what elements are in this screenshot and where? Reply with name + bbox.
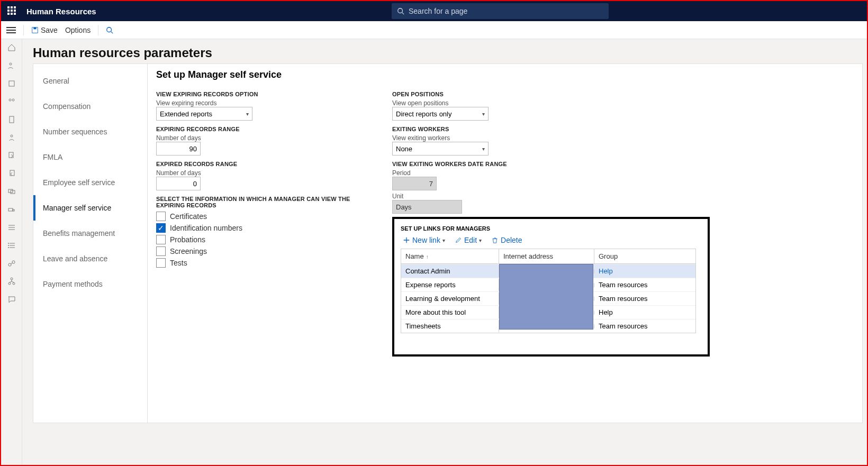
left-rail — [1, 39, 22, 465]
checkbox-icon — [156, 258, 166, 268]
svg-point-20 — [8, 247, 9, 248]
clipboard-icon[interactable] — [7, 115, 16, 124]
link-icon[interactable] — [7, 259, 16, 268]
tab-payment-methods[interactable]: Payment methods — [33, 271, 147, 297]
doc-in-icon[interactable] — [7, 151, 16, 160]
select-value: Days — [396, 203, 412, 211]
separator — [98, 25, 98, 35]
svg-rect-21 — [8, 263, 11, 266]
label-expired-days: Number of days — [156, 169, 373, 177]
cell-name: Contact Admin — [401, 265, 499, 277]
section-select-info: SELECT THE INFORMATION IN WHICH A MANAGE… — [156, 196, 373, 208]
checkbox-identification-numbers[interactable]: ✓Identification numbers — [156, 223, 373, 233]
table-header: Name↑ Internet address Group — [401, 249, 695, 264]
section-open-positions: OPEN POSITIONS — [392, 91, 710, 97]
people-icon[interactable] — [7, 61, 16, 70]
tab-general[interactable]: General — [33, 68, 147, 94]
hamburger-icon[interactable] — [6, 25, 16, 35]
new-link-label: New link — [412, 236, 440, 244]
select-view-expiring-records[interactable]: Extended reports ▾ — [156, 107, 252, 121]
search-icon[interactable] — [106, 26, 113, 34]
waffle-icon[interactable] — [7, 6, 17, 16]
input-value: 7 — [429, 180, 433, 188]
checkbox-certificates[interactable]: Certificates — [156, 212, 373, 221]
home-icon[interactable] — [7, 43, 16, 52]
col-name[interactable]: Name↑ — [401, 249, 499, 263]
section-view-expiring: VIEW EXPIRING RECORDS OPTION — [156, 91, 373, 97]
truck-icon[interactable] — [7, 205, 16, 214]
page-title: Human resources parameters — [33, 45, 867, 60]
section-exiting-date-range: VIEW EXITING WORKERS DATE RANGE — [392, 161, 710, 167]
checkbox-label: Probations — [170, 235, 205, 244]
heart-chat-icon[interactable] — [7, 295, 16, 304]
section-setup-links: SET UP LINKS FOR MANAGERS — [401, 225, 701, 232]
checkbox-label: Screenings — [170, 247, 207, 255]
top-nav: Human Resources Search for a page — [1, 1, 867, 21]
svg-point-8 — [9, 99, 11, 101]
svg-rect-17 — [13, 209, 14, 211]
action-bar: Save Options — [1, 21, 867, 39]
cell-name: Learning & development — [401, 293, 499, 305]
search-placeholder: Search for a page — [409, 7, 467, 15]
person-icon[interactable] — [7, 133, 16, 142]
options-label: Options — [65, 26, 91, 34]
label-view-open-positions: View open positions — [392, 99, 710, 107]
save-button[interactable]: Save — [31, 26, 58, 34]
plus-icon — [403, 236, 410, 244]
svg-line-5 — [111, 31, 113, 33]
org-icon[interactable] — [7, 79, 16, 88]
section-exiting-workers: EXITING WORKERS — [392, 126, 710, 132]
select-view-open-positions[interactable]: Direct reports only ▾ — [392, 107, 489, 121]
checkbox-icon: ✓ — [156, 223, 166, 233]
input-expiring-days[interactable]: 90 — [156, 142, 201, 156]
tree-icon[interactable] — [7, 277, 16, 286]
right-column: OPEN POSITIONS View open positions Direc… — [392, 86, 710, 357]
stack-icon[interactable] — [7, 223, 16, 232]
svg-rect-16 — [8, 208, 13, 211]
tab-number-sequences[interactable]: Number sequences — [33, 119, 147, 144]
checkbox-icon — [156, 235, 166, 244]
tab-leave-and-absence[interactable]: Leave and absence — [33, 246, 147, 271]
list-icon[interactable] — [7, 241, 16, 250]
tab-manager-self-service[interactable]: Manager self service — [33, 195, 147, 221]
delete-button[interactable]: Delete — [491, 236, 522, 244]
svg-point-4 — [107, 27, 112, 32]
doc-out-icon[interactable] — [7, 169, 16, 178]
checkbox-label: Tests — [170, 259, 187, 267]
svg-rect-22 — [12, 261, 15, 263]
tab-compensation[interactable]: Compensation — [33, 94, 147, 119]
chevron-down-icon: ▾ — [482, 111, 485, 117]
label-expiring-days: Number of days — [156, 134, 373, 142]
chevron-down-icon: ▾ — [246, 111, 249, 117]
svg-point-6 — [10, 63, 12, 65]
select-view-exiting-workers[interactable]: None ▾ — [392, 142, 489, 156]
sort-asc-icon: ↑ — [426, 254, 429, 260]
checkbox-probations[interactable]: Probations — [156, 235, 373, 244]
new-link-button[interactable]: New link ▾ — [403, 236, 445, 244]
search-input[interactable]: Search for a page — [392, 3, 609, 19]
tab-fmla[interactable]: FMLA — [33, 144, 147, 170]
input-expired-days[interactable]: 0 — [156, 177, 201, 190]
col-group[interactable]: Group — [594, 249, 690, 263]
input-value: 90 — [189, 145, 197, 153]
section-expiring-range: EXPIRING RECORDS RANGE — [156, 126, 373, 132]
edit-button[interactable]: Edit ▾ — [455, 236, 482, 244]
svg-point-19 — [8, 245, 9, 246]
col-internet-address[interactable]: Internet address — [499, 249, 594, 263]
panel: General Compensation Number sequences FM… — [33, 63, 863, 423]
pencil-icon — [455, 236, 462, 244]
cell-name: Timesheets — [401, 320, 499, 332]
options-button[interactable]: Options — [65, 26, 91, 34]
svg-point-23 — [11, 278, 13, 280]
cards-icon[interactable] — [7, 187, 16, 196]
tab-employee-self-service[interactable]: Employee self service — [33, 170, 147, 195]
tab-benefits-management[interactable]: Benefits management — [33, 221, 147, 246]
svg-point-25 — [13, 282, 15, 285]
checkbox-tests[interactable]: Tests — [156, 258, 373, 268]
cell-group: Help — [594, 265, 690, 277]
checkbox-screenings[interactable]: Screenings — [156, 246, 373, 256]
main-content: Human resources parameters General Compe… — [22, 39, 867, 465]
form-heading: Set up Manager self service — [156, 69, 854, 80]
select-unit: Days — [392, 200, 462, 214]
team-icon[interactable] — [7, 97, 16, 106]
